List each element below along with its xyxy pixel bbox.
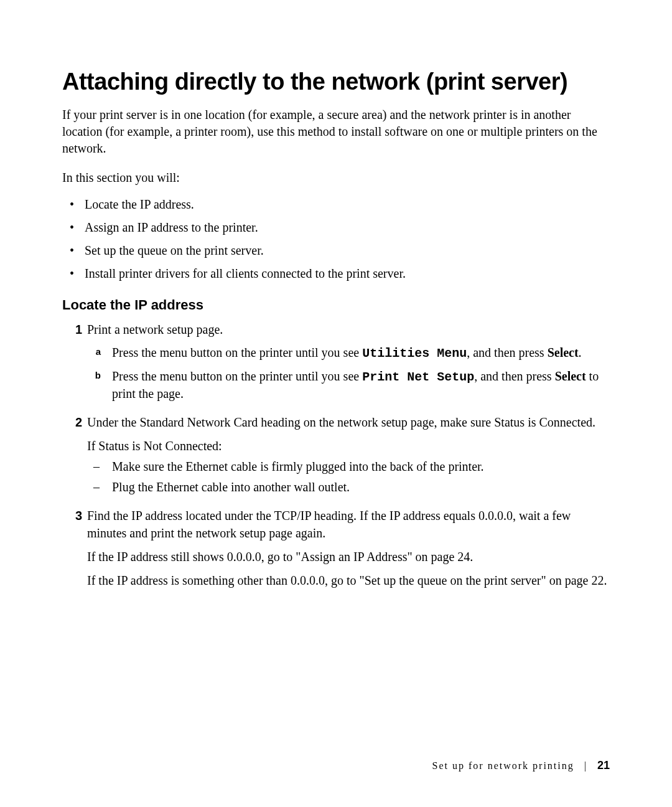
footer-section: Set up for network printing — [432, 760, 574, 771]
lead-sentence: In this section you will: — [62, 171, 610, 185]
page-footer: Set up for network printing | 21 — [432, 759, 610, 772]
intro-paragraph: If your print server is in one location … — [62, 106, 610, 157]
step-text: Under the Standard Network Card heading … — [87, 415, 595, 429]
footer-separator: | — [584, 760, 586, 771]
page-title: Attaching directly to the network (print… — [62, 68, 610, 95]
step-marker: 3 — [67, 507, 82, 524]
substeps: a Press the menu button on the printer u… — [87, 344, 610, 402]
substep-b: b Press the menu button on the printer u… — [87, 368, 610, 402]
subsection-title: Locate the IP address — [62, 297, 610, 313]
substep-text-mid: , and then press — [474, 369, 554, 383]
step-2: 2 Under the Standard Network Card headin… — [62, 413, 610, 496]
bold-text: Select — [555, 369, 586, 383]
dash-list: Make sure the Ethernet cable is firmly p… — [87, 458, 610, 496]
dash-item: Plug the Ethernet cable into another wal… — [87, 479, 610, 496]
substep-marker: a — [90, 346, 101, 358]
bullet-item: Set up the queue on the print server. — [62, 242, 610, 259]
bullet-item: Assign an IP address to the printer. — [62, 219, 610, 236]
step-text: Find the IP address located under the TC… — [87, 509, 571, 540]
substep-text-mid: , and then press — [467, 346, 547, 359]
step-followup: If Status is Not Connected: — [87, 437, 610, 455]
bullet-item: Install printer drivers for all clients … — [62, 265, 610, 282]
step-1: 1 Print a network setup page. a Press th… — [62, 321, 610, 402]
substep-marker: b — [90, 369, 101, 382]
code-text: Print Net Setup — [362, 370, 474, 384]
step-marker: 2 — [67, 413, 82, 431]
ordered-steps: 1 Print a network setup page. a Press th… — [62, 321, 610, 589]
page-number: 21 — [597, 759, 610, 772]
section-bullets: Locate the IP address. Assign an IP addr… — [62, 196, 610, 282]
substep-a: a Press the menu button on the printer u… — [87, 344, 610, 362]
bold-text: Select — [548, 346, 579, 359]
step-3: 3 Find the IP address located under the … — [62, 507, 610, 589]
bullet-item: Locate the IP address. — [62, 196, 610, 213]
code-text: Utilities Menu — [362, 346, 467, 361]
step-marker: 1 — [67, 321, 82, 338]
step-followup: If the IP address still shows 0.0.0.0, g… — [87, 548, 610, 565]
step-followup: If the IP address is something other tha… — [87, 572, 610, 589]
substep-text-pre: Press the menu button on the printer unt… — [112, 369, 362, 383]
dash-item: Make sure the Ethernet cable is firmly p… — [87, 458, 610, 475]
step-text: Print a network setup page. — [87, 323, 223, 336]
substep-text-post: . — [579, 346, 582, 359]
substep-text-pre: Press the menu button on the printer unt… — [112, 346, 362, 359]
document-page: Attaching directly to the network (print… — [0, 0, 672, 807]
